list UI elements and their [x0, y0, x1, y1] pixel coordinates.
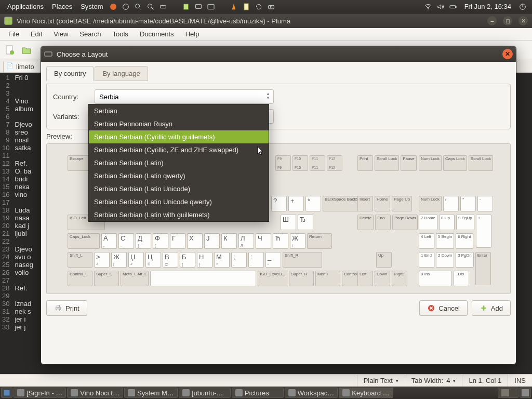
minimize-button[interactable]: ‒ [487, 16, 497, 25]
status-lang[interactable]: Plain Text▾ [357, 375, 405, 387]
dropdown-item[interactable]: Serbian Serbian (Cyrillic with guillemet… [89, 130, 269, 143]
key-f9: F9F9 [275, 155, 291, 171]
system-menu[interactable]: System [76, 3, 107, 10]
key-np-1: 1 End [419, 252, 434, 268]
close-button[interactable]: ✕ [518, 16, 528, 25]
task-button[interactable]: Keyboard … [339, 388, 393, 398]
svg-rect-6 [161, 5, 166, 8]
dropdown-item[interactable]: Serbian Serbian (Latin Unicode qwerty) [89, 195, 269, 208]
key-np-plus: + [476, 215, 491, 248]
task-button[interactable]: [Sign-In - … [14, 388, 66, 398]
dropdown-item[interactable]: Serbian Pannonian Rusyn [89, 117, 269, 130]
key: Ш [281, 215, 296, 230]
clock[interactable]: Fri Jun 2, 16:34 [459, 3, 516, 10]
menu-view[interactable]: View [48, 29, 73, 39]
key: К [221, 233, 237, 249]
cancel-button[interactable]: Cancel [419, 300, 467, 316]
svg-rect-31 [501, 389, 509, 396]
key-numlock: Num Lock [419, 196, 442, 211]
firefox-icon[interactable] [108, 2, 118, 12]
monitor-icon[interactable] [193, 2, 204, 12]
country-value: Serbia [99, 93, 119, 101]
dropdown-item[interactable]: Serbian Serbian (Latin) [89, 156, 269, 169]
key-caps-lock: Caps_Lock [68, 233, 100, 249]
magnifier-icon[interactable] [133, 2, 143, 12]
applications-menu[interactable]: Applications [3, 3, 48, 10]
key-space [150, 271, 256, 286]
key-f10: F10F10 [292, 155, 308, 171]
tab-by-language[interactable]: By language [95, 66, 148, 81]
menu-edit[interactable]: Edit [25, 29, 47, 39]
camera-icon[interactable] [266, 2, 276, 12]
status-tabwidth[interactable]: Tab Width:4▾ [405, 375, 462, 387]
key: С. [118, 233, 134, 249]
svg-rect-32 [510, 389, 515, 396]
menu-search[interactable]: Search [74, 29, 106, 39]
led-caps-lock: Caps Lock [443, 155, 467, 171]
files-icon[interactable] [181, 2, 191, 12]
note-icon[interactable] [241, 2, 251, 12]
task-button[interactable]: [ubuntu-… [179, 388, 231, 398]
key: + [288, 196, 304, 211]
svg-rect-15 [450, 5, 456, 8]
key: Г [170, 233, 185, 249]
drive-icon[interactable] [158, 2, 168, 12]
key-shift-right: Shift_R [283, 252, 322, 268]
volume-icon[interactable] [435, 2, 446, 12]
key-np-2: 2 Down [436, 252, 454, 268]
dialog-titlebar[interactable]: Choose a Layout ✕ [41, 46, 516, 62]
svg-point-13 [270, 6, 272, 8]
places-menu[interactable]: Places [48, 3, 76, 10]
key-up: Up [376, 252, 392, 268]
dialog-close-button[interactable]: ✕ [502, 49, 513, 59]
task-button[interactable]: Pictures [232, 388, 284, 398]
task-button[interactable]: Workspac… [285, 388, 338, 398]
dropdown-item[interactable]: Serbian Serbian (Latin Unicode) [89, 182, 269, 195]
show-desktop-button[interactable] [1, 388, 12, 398]
country-label: Country: [53, 93, 89, 101]
wifi-icon[interactable] [423, 2, 433, 12]
menu-help[interactable]: Help [180, 29, 205, 39]
country-combo[interactable]: Serbia ▲▼ [95, 89, 274, 104]
combo-arrows-icon: ▲▼ [266, 92, 270, 100]
key: А„ [101, 233, 117, 249]
vlc-icon[interactable] [229, 2, 239, 12]
battery-icon[interactable] [448, 2, 458, 12]
new-file-button[interactable] [2, 42, 18, 58]
svg-rect-8 [196, 4, 202, 8]
tray-icon[interactable] [520, 388, 531, 398]
maximize-button[interactable]: ◻ [503, 16, 512, 25]
menu-file[interactable]: File [3, 29, 24, 39]
dropdown-item[interactable]: Serbian Serbian (Latin with guillemets) [89, 208, 269, 221]
document-tab[interactable]: limeto [3, 61, 46, 72]
magnifier2-icon[interactable] [145, 2, 156, 12]
dialog-title: Choose a Layout [57, 50, 498, 58]
led-scroll-lock: Scroll Lock [469, 155, 493, 171]
pluma-titlebar[interactable]: Vino Noci.txt (codeBASE /media/ubuntu-ma… [0, 14, 532, 28]
key-insert: Insert [357, 196, 373, 211]
window-title: Vino Noci.txt (codeBASE /media/ubuntu-ma… [17, 17, 481, 25]
key: Ч [256, 233, 271, 249]
svg-point-0 [110, 4, 116, 10]
key-print: Print [357, 155, 373, 171]
dropdown-item[interactable]: Serbian Serbian (Cyrillic, ZE and ZHE sw… [89, 143, 269, 156]
svg-point-1 [123, 4, 129, 9]
dropdown-item[interactable]: Serbian Serbian (Latin qwerty) [89, 169, 269, 182]
menu-tools[interactable]: Tools [108, 29, 134, 39]
task-button[interactable]: Vino Noci.t… [67, 388, 123, 398]
led-num-lock: Num Lock [419, 155, 442, 171]
tab-by-country[interactable]: By country [46, 66, 94, 81]
menu-documents[interactable]: Documents [135, 29, 179, 39]
task-button[interactable]: System M… [124, 388, 178, 398]
svg-point-14 [428, 8, 428, 9]
shutdown-icon[interactable] [517, 2, 528, 12]
globe-icon[interactable] [121, 2, 131, 12]
pluma-menubar: File Edit View Search Tools Documents He… [0, 28, 532, 41]
add-button[interactable]: Add [472, 300, 511, 316]
terminal-icon[interactable] [206, 2, 216, 12]
workspace-switcher[interactable] [498, 388, 518, 398]
dropdown-item[interactable]: Serbian [89, 104, 269, 117]
refresh-icon[interactable] [254, 2, 264, 12]
open-file-button[interactable] [19, 42, 34, 58]
print-button[interactable]: Print [46, 300, 87, 316]
